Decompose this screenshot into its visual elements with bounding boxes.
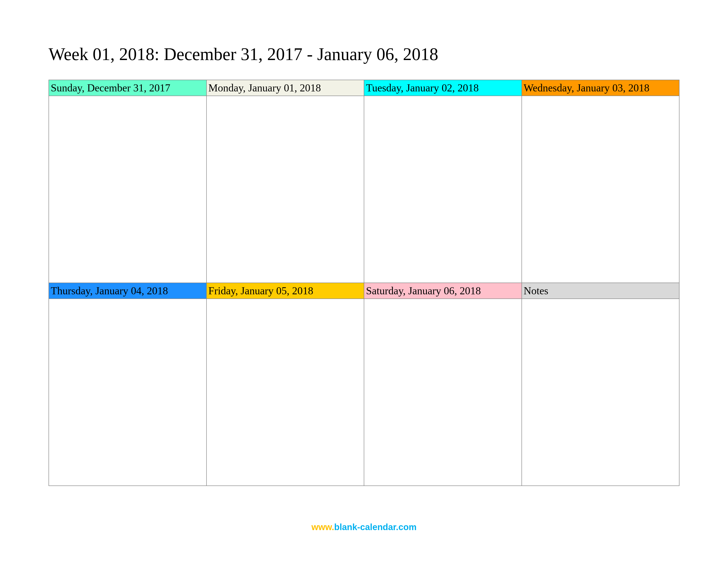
week-grid: Sunday, December 31, 2017 Monday, Januar… (49, 80, 679, 486)
day-header-saturday: Saturday, January 06, 2018 (364, 283, 522, 299)
page-title: Week 01, 2018: December 31, 2017 - Janua… (49, 44, 679, 64)
day-body-notes[interactable] (522, 299, 679, 486)
day-header-sunday: Sunday, December 31, 2017 (49, 80, 206, 96)
footer-www: www. (311, 522, 334, 532)
day-header-notes: Notes (522, 283, 679, 299)
day-body-saturday[interactable] (364, 299, 522, 486)
calendar-page: Week 01, 2018: December 31, 2017 - Janua… (49, 44, 679, 486)
day-body-sunday[interactable] (49, 96, 206, 283)
day-body-wednesday[interactable] (522, 96, 679, 283)
day-body-monday[interactable] (206, 96, 364, 283)
day-body-thursday[interactable] (49, 299, 206, 486)
day-header-monday: Monday, January 01, 2018 (206, 80, 364, 96)
day-body-friday[interactable] (206, 299, 364, 486)
footer-link[interactable]: www.blank-calendar.com (0, 522, 728, 532)
day-header-friday: Friday, January 05, 2018 (206, 283, 364, 299)
day-header-thursday: Thursday, January 04, 2018 (49, 283, 206, 299)
day-body-tuesday[interactable] (364, 96, 522, 283)
footer-domain: blank-calendar.com (334, 522, 417, 532)
day-header-wednesday: Wednesday, January 03, 2018 (522, 80, 679, 96)
day-header-tuesday: Tuesday, January 02, 2018 (364, 80, 522, 96)
